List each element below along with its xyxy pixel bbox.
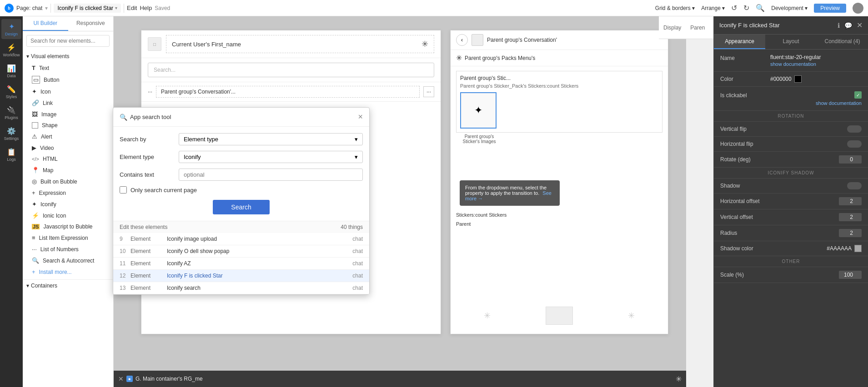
contains-text-input[interactable] xyxy=(179,169,363,181)
panel-item-expression[interactable]: + Expression xyxy=(23,187,113,198)
tab-responsive[interactable]: Responsive xyxy=(68,16,114,31)
panel-item-image[interactable]: 🖼 Image xyxy=(23,109,113,120)
is-clickable-checkbox-area: ✓ xyxy=(770,91,862,99)
shadow-color-swatch[interactable] xyxy=(854,245,862,252)
search-by-dropdown-icon: ▾ xyxy=(355,136,358,143)
shadow-toggle[interactable] xyxy=(847,182,862,189)
undo-icon[interactable]: ↺ xyxy=(731,4,737,12)
appearance-modal: Iconify F is clicked Star ℹ 💬 ✕ Appearan… xyxy=(713,16,868,387)
panel-item-search[interactable]: 🔍 Search & Autocorrect xyxy=(23,255,113,266)
horizontal-offset-input[interactable] xyxy=(839,197,862,205)
sidebar-icon-design[interactable]: ✦ Design xyxy=(1,19,21,39)
right-chat-frame: ‹ Parent group's Conversation' ✳ Parent … xyxy=(450,30,668,334)
panel-item-list-expr[interactable]: ≡ List Item Expression xyxy=(23,232,113,243)
show-doc2-link[interactable]: show documentation xyxy=(770,100,862,106)
sidebar-icon-data[interactable]: 📊 Data xyxy=(1,61,21,81)
panel-item-ionic[interactable]: ⚡ Ionic Icon xyxy=(23,210,113,221)
vertical-offset-input[interactable] xyxy=(839,213,862,221)
panel-item-shape[interactable]: Shape xyxy=(23,120,113,131)
close-selected-icon[interactable]: ✕ xyxy=(118,375,124,382)
help-menu[interactable]: Help xyxy=(140,5,152,11)
grid-borders-btn[interactable]: Grid & borders ▾ xyxy=(655,5,695,11)
results-header: Edit these elements 40 things xyxy=(113,221,369,233)
search-tool-popup: 🔍 App search tool × Search by Element ty… xyxy=(113,107,370,295)
panel-item-js[interactable]: JS Javascript to Bubble xyxy=(23,221,113,232)
only-current-page-checkbox[interactable] xyxy=(120,186,127,194)
color-swatch[interactable] xyxy=(794,75,802,83)
vertical-flip-toggle[interactable] xyxy=(847,125,862,133)
result-type-12: Element xyxy=(130,273,167,279)
result-num-9: 9 xyxy=(120,236,130,242)
edit-menu[interactable]: Edit xyxy=(127,5,137,11)
tab-ui-builder[interactable]: UI Builder xyxy=(23,16,68,31)
preview-btn[interactable]: Preview xyxy=(814,4,846,13)
page-dropdown-icon[interactable]: ▾ xyxy=(45,5,48,11)
radius-input[interactable] xyxy=(839,229,862,237)
horizontal-flip-label: Horizontal flip xyxy=(720,141,793,147)
horizontal-flip-toggle[interactable] xyxy=(847,140,862,148)
scale-row: Scale (%) xyxy=(714,267,868,283)
panel-item-button[interactable]: ▭ Button xyxy=(23,74,113,86)
modal-close-icon[interactable]: ✕ xyxy=(857,21,863,30)
tab-conditional[interactable]: Conditional (4) xyxy=(817,35,868,49)
tab-layout[interactable]: Layout xyxy=(765,35,817,49)
panel-item-text[interactable]: T Text xyxy=(23,62,113,74)
panel-item-link[interactable]: 🔗 Link xyxy=(23,97,113,109)
nav-back-btn[interactable]: ‹ xyxy=(456,34,468,46)
panel-item-map[interactable]: 📍 Map xyxy=(23,164,113,176)
search-icon[interactable]: 🔍 xyxy=(756,4,765,12)
panel-item-icon[interactable]: ✦ Icon xyxy=(23,86,113,97)
search-field[interactable]: Search... xyxy=(148,63,434,77)
sidebar-icon-logs[interactable]: 📋 Logs xyxy=(1,144,21,164)
panel-item-alert[interactable]: ⚠ Alert xyxy=(23,131,113,142)
parent-tab[interactable]: Paren xyxy=(686,21,709,35)
visual-elements-section[interactable]: ▾ Visual elements xyxy=(23,50,113,62)
panel-item-install[interactable]: + Install more... xyxy=(23,266,113,278)
panel-item-list-num[interactable]: ··· List of Numbers xyxy=(23,243,113,255)
bottom-img-1 xyxy=(546,307,573,325)
chat-icon[interactable]: 💬 xyxy=(844,22,852,29)
result-row-13[interactable]: 13 Element Iconify search chat xyxy=(113,282,369,294)
redo-icon[interactable]: ↻ xyxy=(743,4,749,12)
display-tab[interactable]: Display xyxy=(659,21,686,35)
sidebar-icon-settings[interactable]: ⚙️ Settings xyxy=(1,124,21,144)
name-value: fluent:star-20-regular xyxy=(770,54,862,60)
show-doc-link[interactable]: show documentation xyxy=(770,61,862,67)
username-row: □ Current User's First_name ✳ xyxy=(141,30,441,58)
element-dropdown-icon[interactable]: ▾ xyxy=(115,5,117,10)
containers-section[interactable]: ▾ Containers xyxy=(23,279,113,292)
panel-item-html[interactable]: </> HTML xyxy=(23,154,113,164)
panel-item-bubble[interactable]: ◎ Built on Bubble xyxy=(23,176,113,187)
info-icon[interactable]: ℹ xyxy=(838,22,840,29)
tooltip-box: From the dropdown menu, select the prope… xyxy=(460,180,560,206)
development-btn[interactable]: Development ▾ xyxy=(771,5,808,11)
is-clickable-checkbox[interactable]: ✓ xyxy=(854,91,862,99)
element-type-dropdown[interactable]: Iconify ▾ xyxy=(179,151,363,163)
is-clickable-value-area: ✓ show documentation xyxy=(770,91,862,106)
search-popup-close-btn[interactable]: × xyxy=(358,112,363,122)
result-row-10[interactable]: 10 Element Iconify O dell show popap cha… xyxy=(113,245,369,258)
panel-item-iconify[interactable]: ✦ Iconify xyxy=(23,198,113,210)
scale-input[interactable] xyxy=(839,271,862,279)
horizontal-offset-row: Horizontal offset xyxy=(714,194,868,209)
search-button[interactable]: Search xyxy=(213,200,269,214)
arrange-btn[interactable]: Arrange ▾ xyxy=(701,5,725,11)
tab-appearance[interactable]: Appearance xyxy=(714,35,765,49)
search-by-dropdown[interactable]: Element type ▾ xyxy=(179,133,363,145)
conv-field: Parent group's Conversation'... xyxy=(156,86,420,98)
sidebar-icon-plugins[interactable]: 🔌 Plugins xyxy=(1,103,21,123)
rotate-input[interactable] xyxy=(839,155,862,164)
panel-item-video[interactable]: ▶ Video xyxy=(23,142,113,154)
result-type-10: Element xyxy=(130,248,167,254)
result-row-9[interactable]: 9 Element Iconify image upload chat xyxy=(113,233,369,245)
sticker-item-selected[interactable]: ✦ Parent group's Sticker's Images xyxy=(460,92,497,129)
panel-search-input[interactable] xyxy=(26,35,110,47)
sidebar-icon-workflow[interactable]: ⚡ Workflow xyxy=(1,40,21,60)
sidebar-icon-styles[interactable]: ✏️ Styles xyxy=(1,82,21,102)
result-row-11[interactable]: 11 Element Iconify AZ chat xyxy=(113,258,369,270)
button-icon: ▭ xyxy=(32,76,40,84)
is-clickable-prop-row: Is clickabel ✓ show documentation xyxy=(714,87,868,111)
color-label: Color xyxy=(720,76,770,82)
result-row-12[interactable]: 12 Element Iconify F is clicked Star cha… xyxy=(113,270,369,282)
selected-label: G. Main container's RG_me xyxy=(135,376,203,382)
